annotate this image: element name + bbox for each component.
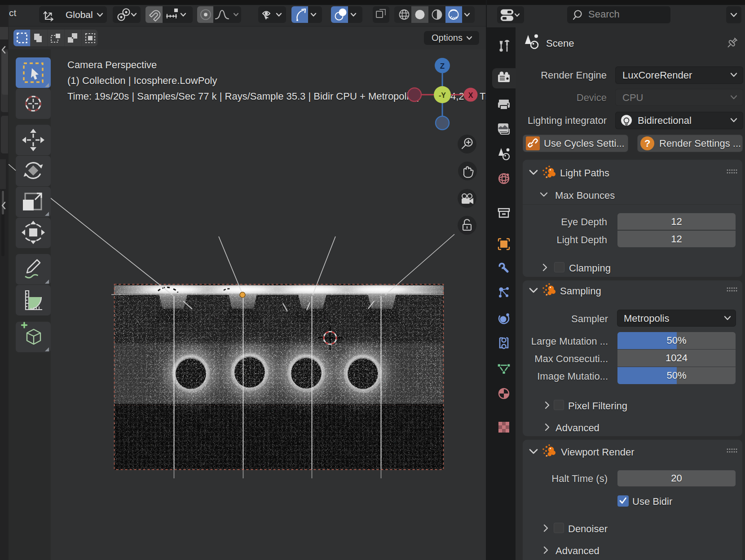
- svg-text:Global: Global: [66, 9, 93, 20]
- svg-text:-Y: -Y: [439, 92, 446, 99]
- svg-text:Z: Z: [440, 62, 445, 70]
- svg-text:X: X: [468, 92, 473, 99]
